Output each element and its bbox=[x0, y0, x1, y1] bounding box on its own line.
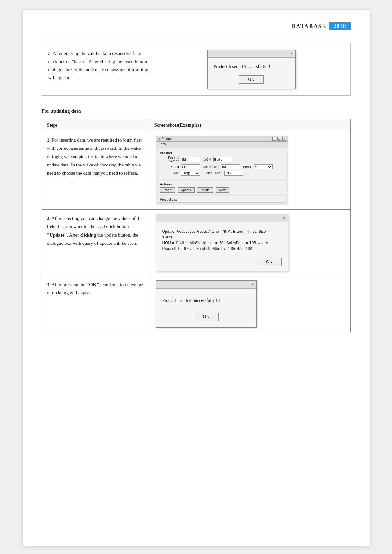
update-section: For updating data Steps Screenshots(Exam… bbox=[42, 108, 351, 332]
step1-text-cell: 1. For inserting data, we are required t… bbox=[42, 131, 149, 210]
page-header: DATABASE 2018 bbox=[42, 22, 351, 33]
update-success-dialog: × Product Inserted Successfully !!! OK bbox=[156, 280, 257, 328]
pf-titlebar: re Product _ □ × bbox=[156, 136, 288, 142]
pf-label-productname: Product Name : bbox=[160, 156, 179, 163]
step3-screenshot-cell: × Product Inserted Successfully !!! OK bbox=[149, 276, 350, 332]
dialog-message: Product Inserted Successfully !!! bbox=[162, 298, 220, 303]
pf-row-size: Size Large Sales Price : bbox=[160, 171, 284, 176]
close-icon[interactable]: × bbox=[283, 216, 285, 221]
header-year: 2018 bbox=[329, 22, 351, 30]
step1-number: 1. bbox=[47, 137, 51, 142]
update-dialog-titlebar: × bbox=[156, 214, 288, 222]
pf-nav: Home bbox=[156, 142, 288, 147]
pf-label-minstock: Min Stock : bbox=[202, 165, 219, 169]
dialog-message: Product Inserted Successfully !!! bbox=[214, 64, 272, 69]
col-screenshots: Screenshots(Examples) bbox=[149, 119, 350, 131]
table-row: 3. After pressing the "OK", confirmation… bbox=[42, 276, 350, 332]
pf-titlebar-buttons: _ □ × bbox=[272, 137, 286, 141]
dialog-titlebar: × bbox=[156, 281, 256, 289]
table-row: 1. For inserting data, we are required t… bbox=[42, 131, 350, 210]
table-row: 2. After selecting you can change the va… bbox=[42, 210, 350, 276]
dialog-titlebar: × bbox=[208, 50, 295, 58]
pf-input-salesprice[interactable] bbox=[224, 171, 243, 176]
step2-text-cell: 2. After selecting you can change the va… bbox=[42, 210, 149, 276]
close-icon[interactable]: × bbox=[251, 282, 254, 287]
step5-screenshot: × Product Inserted Successfully !!! OK bbox=[159, 50, 344, 89]
step5-text: 5. After entering the valid data in resp… bbox=[48, 50, 149, 89]
pf-label-uom: UOM bbox=[202, 158, 211, 161]
update-dialog-ok-button[interactable]: OK bbox=[257, 258, 281, 266]
product-form-screenshot: re Product _ □ × Home bbox=[156, 136, 288, 205]
pf-input-brand[interactable] bbox=[181, 164, 200, 169]
col-steps: Steps bbox=[42, 119, 149, 131]
pf-product-section: Product Product Name : UOM Brand bbox=[158, 149, 286, 179]
step5-section: 5. After entering the valid data in resp… bbox=[42, 43, 351, 96]
new-button[interactable]: New bbox=[216, 187, 229, 193]
close-icon[interactable]: × bbox=[282, 137, 286, 141]
delete-button[interactable]: Delete bbox=[197, 187, 213, 193]
clicking-bold: clicking bbox=[80, 232, 96, 238]
maximize-icon[interactable]: □ bbox=[277, 137, 281, 141]
pf-input-productname[interactable] bbox=[181, 157, 200, 162]
pf-section-title: Product bbox=[160, 151, 284, 155]
pf-input-minstock[interactable] bbox=[221, 164, 240, 169]
insert-success-dialog: × Product Inserted Successfully !!! OK bbox=[207, 50, 296, 89]
step5-number: 5. bbox=[48, 51, 52, 56]
pf-product-list-title: Product List bbox=[160, 198, 177, 201]
dialog-body: Product Inserted Successfully !!! bbox=[208, 58, 295, 72]
update-dialog-footer: OK bbox=[156, 255, 288, 271]
step3-number: 3. bbox=[47, 282, 51, 287]
update-message-line1: Update Product set ProductName = 'INK', … bbox=[162, 229, 269, 239]
dialog-body: Product Inserted Successfully !!! bbox=[156, 289, 256, 306]
close-icon[interactable]: × bbox=[290, 51, 293, 56]
insert-button[interactable]: Insert bbox=[160, 187, 175, 193]
ok-bold: "OK", bbox=[87, 282, 100, 287]
update-section-heading: For updating data bbox=[42, 108, 351, 114]
table-header-row: Steps Screenshots(Examples) bbox=[42, 119, 350, 131]
pf-label-pencil: Pencil bbox=[243, 165, 252, 169]
pf-label-brand: Brand bbox=[160, 165, 179, 169]
pf-input-uom[interactable] bbox=[213, 157, 232, 162]
update-button[interactable]: Update bbox=[178, 187, 195, 193]
pf-select-pencil[interactable]: v bbox=[254, 164, 273, 169]
pf-label-size: Size bbox=[160, 172, 179, 175]
update-message-line2: UOM = 'Bottle ', MinStockLevel = '50', S… bbox=[162, 241, 268, 245]
dialog-ok-button[interactable]: OK bbox=[194, 313, 218, 321]
update-message-line3: ProductID = '97dacd85-eb09-48be-b761-f8c… bbox=[162, 246, 253, 251]
pf-product-list: Product List bbox=[158, 196, 286, 203]
minimize-icon[interactable]: _ bbox=[272, 137, 276, 141]
the-text: the bbox=[97, 232, 103, 238]
dialog-footer: OK bbox=[208, 72, 295, 89]
update-dialog-body: Update Product set ProductName = 'INK', … bbox=[156, 222, 288, 255]
pf-home-link[interactable]: Home bbox=[159, 142, 167, 146]
page: DATABASE 2018 5. After entering the vali… bbox=[22, 9, 370, 546]
pf-label-salesprice: Sales Price : bbox=[202, 172, 222, 175]
step3-text-cell: 3. After pressing the "OK", confirmation… bbox=[42, 276, 149, 332]
pf-actions-title: Actions bbox=[160, 183, 284, 186]
dialog-footer: OK bbox=[156, 306, 256, 327]
pf-row-brand: Brand Min Stock : Pencil v bbox=[160, 164, 284, 169]
step1-screenshot-cell: re Product _ □ × Home bbox=[149, 131, 350, 210]
step2-screenshot-cell: × Update Product set ProductName = 'INK'… bbox=[149, 210, 350, 276]
steps-table: Steps Screenshots(Examples) 1. For inser… bbox=[42, 119, 351, 332]
dialog-ok-button[interactable]: OK bbox=[239, 75, 263, 84]
step2-number: 2. bbox=[47, 216, 51, 221]
pf-row-productname: Product Name : UOM bbox=[160, 156, 284, 163]
pf-title: re Product bbox=[158, 137, 172, 141]
header-title: DATABASE bbox=[291, 23, 326, 30]
pf-select-size[interactable]: Large bbox=[181, 171, 200, 176]
pf-action-buttons: Insert Update Delete New bbox=[160, 187, 284, 193]
pf-actions: Actions Insert Update Delete New bbox=[158, 181, 286, 194]
update-bold: "Update" bbox=[47, 232, 67, 238]
update-query-dialog: × Update Product set ProductName = 'INK'… bbox=[156, 214, 288, 271]
